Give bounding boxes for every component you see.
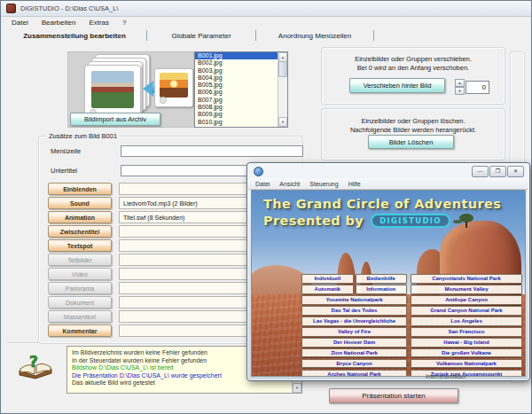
- move-group-line2: Bei 0 wird an den Anfang verschoben.: [322, 64, 505, 73]
- menu-grid-row: Los Angeles: [411, 316, 522, 326]
- spin-down-icon[interactable]: ▼: [455, 87, 465, 95]
- file-item-b009-jpg[interactable]: B009.jpg: [195, 111, 278, 118]
- close-icon[interactable]: ✕: [507, 166, 524, 177]
- menu-bar: DateiBearbeitenExtras?: [1, 17, 531, 27]
- zusatz-button-einblenden[interactable]: Einblenden: [48, 183, 112, 195]
- preview-button-monument-valley[interactable]: Monument Valley: [411, 285, 522, 294]
- preview-app-icon: [254, 167, 263, 176]
- zusatz-button-sound[interactable]: Sound: [48, 197, 112, 209]
- preview-button-zion-national-park[interactable]: Zion National Park: [301, 348, 407, 358]
- preview-button-valley-of-fire[interactable]: Valley of Fire: [301, 327, 407, 337]
- spin-up-icon[interactable]: ▲: [455, 79, 465, 87]
- preview-button-yosemite-nationalpark[interactable]: Yosemite Nationalpark: [301, 295, 407, 305]
- preview-button-antilope-canyon[interactable]: Antilope Canyon: [411, 295, 522, 305]
- preview-button-vulkanoes-nationalpark[interactable]: Vulkanoes Nationalpark: [411, 359, 522, 369]
- preview-menu-hilfe[interactable]: Hilfe: [348, 181, 361, 187]
- scroll-down-icon[interactable]: ▼: [278, 117, 287, 127]
- image-file-list[interactable]: B001.jpgB002.jpgB003.jpgB004.jpgB005.jpg…: [194, 51, 288, 128]
- main-window: DIGISTUDIO - D:\Dias C\USA_L\ DateiBearb…: [0, 0, 532, 414]
- verschieben-button[interactable]: Verschieben hinter Bild: [349, 78, 445, 93]
- file-item-b003-jpg[interactable]: B003.jpg: [195, 67, 278, 74]
- file-list-scrollbar[interactable]: ▲ ▼: [278, 52, 287, 127]
- menuzeile-input[interactable]: [121, 145, 303, 157]
- move-target-value[interactable]: 0: [466, 81, 489, 94]
- preview-menu-datei[interactable]: Datei: [255, 181, 270, 187]
- move-group-box: Einzelbilder oder Gruppen verschieben. B…: [321, 47, 505, 105]
- preview-button-die-großen-vulkane[interactable]: Die großen Vulkane: [411, 348, 522, 358]
- preview-button-canyonlands-national-park[interactable]: Canyonlands National Park: [411, 274, 522, 284]
- preview-button-automatik[interactable]: Automatik: [301, 285, 354, 294]
- praesentation-starten-button[interactable]: Präsentation starten: [329, 388, 458, 403]
- preview-button-san-francisco[interactable]: San Francisco: [411, 327, 522, 337]
- zusatz-button-zwischentitel[interactable]: Zwischentitel: [48, 225, 112, 238]
- file-item-b002-jpg[interactable]: B002.jpg: [195, 59, 278, 66]
- single-slide: [154, 68, 193, 107]
- menuzeile-label: Menüzeile: [51, 147, 81, 155]
- preview-button-las-vegas-die-unvergleichliche[interactable]: Las Vegas - die Unvergleichliche: [301, 316, 407, 326]
- preview-button-bedienhilfe[interactable]: Bedienhilfe: [356, 274, 408, 284]
- menu-grid-right-column: Canyonlands National ParkMonument Valley…: [411, 274, 522, 377]
- menu-grid-row: Das Tal des Todes: [301, 306, 407, 316]
- preview-button-arches-national-park[interactable]: Arches National Park: [301, 370, 407, 377]
- slide-photo-sunset: [160, 73, 188, 98]
- zusatz-button-panorama: Panorama: [48, 282, 112, 294]
- menu-extras[interactable]: Extras: [89, 19, 109, 27]
- menu-grid-row: Der Hoover Dam: [301, 338, 407, 348]
- menu-grid-row: Monument Valley: [411, 285, 522, 294]
- menu-datei[interactable]: Datei: [12, 19, 28, 27]
- preview-window[interactable]: — ❐ ✕ DateiAnsichtSteuerungHilfe The Gra…: [246, 162, 530, 381]
- app-icon: [6, 4, 16, 13]
- preview-menu-steuerung[interactable]: Steuerung: [309, 181, 338, 187]
- tab-separator: [373, 30, 374, 41]
- menu-grid-row: Bryce Canyon: [301, 359, 407, 369]
- bildimport-button[interactable]: Bildimport aus Archiv: [70, 113, 160, 126]
- preview-button-los-angeles[interactable]: Los Angeles: [411, 316, 522, 326]
- slide-notch: [160, 97, 167, 104]
- zusatz-button-kommentar[interactable]: Kommentar: [48, 324, 112, 337]
- preview-button-information[interactable]: Information: [356, 285, 408, 294]
- tab-globale-parameter[interactable]: Globale Parameter: [153, 32, 250, 40]
- file-item-b007-jpg[interactable]: B007.jpg: [195, 97, 278, 104]
- preview-button-individuell[interactable]: Individuell: [301, 274, 354, 284]
- menu-[interactable]: ?: [122, 19, 126, 27]
- file-item-b005-jpg[interactable]: B005.jpg: [195, 82, 278, 89]
- menu-grid-row: Antilope Canyon: [411, 295, 522, 305]
- menu-grid-row: Zion National Park: [301, 348, 407, 358]
- menu-grid-row: Canyonlands National Park: [411, 274, 522, 284]
- heading-line1: The Grand Circle of Adventures: [263, 197, 501, 211]
- zusatz-button-animation[interactable]: Animation: [48, 211, 112, 223]
- preview-menu-grid: IndividuellBedienhilfeAutomatikInformati…: [301, 274, 522, 377]
- file-item-b004-jpg[interactable]: B004.jpg: [195, 74, 278, 82]
- preview-button-der-hoover-dam[interactable]: Der Hoover Dam: [301, 338, 407, 348]
- preview-menu-ansicht[interactable]: Ansicht: [279, 181, 300, 187]
- scroll-down-icon[interactable]: ▼: [293, 383, 301, 393]
- menu-grid-row: IndividuellBedienhilfe: [301, 274, 407, 284]
- menu-grid-row: Las Vegas - die Unvergleichliche: [301, 316, 407, 326]
- file-items: B001.jpgB002.jpgB003.jpgB004.jpgB005.jpg…: [195, 52, 278, 127]
- move-target-spinner[interactable]: ▲ ▼ 0: [455, 79, 489, 95]
- preview-titlebar[interactable]: — ❐ ✕: [247, 163, 529, 178]
- file-item-b001-jpg[interactable]: B001.jpg: [195, 52, 278, 59]
- file-item-b010-jpg[interactable]: B010.jpg: [195, 119, 278, 126]
- zusatz-button-textspot[interactable]: Textspot: [48, 239, 112, 252]
- file-item-b008-jpg[interactable]: B008.jpg: [195, 104, 278, 111]
- file-item-b006-jpg[interactable]: B006.jpg: [195, 89, 278, 96]
- tab-anordnung-menüzeilen[interactable]: Anordnung Menüzeilen: [262, 32, 368, 40]
- titlebar[interactable]: DIGISTUDIO - D:\Dias C\USA_L\: [1, 1, 531, 17]
- preview-button-hawai-big-island[interactable]: Hawai - Big Island: [411, 338, 522, 348]
- scrollbar-thumb[interactable]: [278, 61, 287, 77]
- menu-bearbeiten[interactable]: Bearbeiten: [42, 19, 76, 27]
- preview-menu-bar: DateiAnsichtSteuerungHilfe: [248, 178, 528, 190]
- internetbrowser-label: InternetBrowser: [426, 373, 466, 379]
- tab-separator: [255, 30, 256, 41]
- preview-button-das-tal-des-todes[interactable]: Das Tal des Todes: [301, 306, 407, 316]
- minimize-icon[interactable]: —: [472, 166, 489, 177]
- preview-button-grand-canyon-national-park[interactable]: Grand Canyon National Park: [411, 306, 522, 316]
- maximize-icon[interactable]: ❐: [489, 166, 506, 177]
- menu-grid-row: Valley of Fire: [301, 327, 407, 337]
- preview-button-bryce-canyon[interactable]: Bryce Canyon: [301, 359, 407, 369]
- presentation-heading: The Grand Circle of Adventures Presented…: [263, 197, 501, 228]
- tab-zusammenstellung-bearbeiten[interactable]: Zusammenstellung bearbeiten: [8, 32, 141, 40]
- bilder-loeschen-button[interactable]: Bilder Löschen: [368, 135, 454, 149]
- preview-content: The Grand Circle of Adventures Presented…: [251, 190, 526, 377]
